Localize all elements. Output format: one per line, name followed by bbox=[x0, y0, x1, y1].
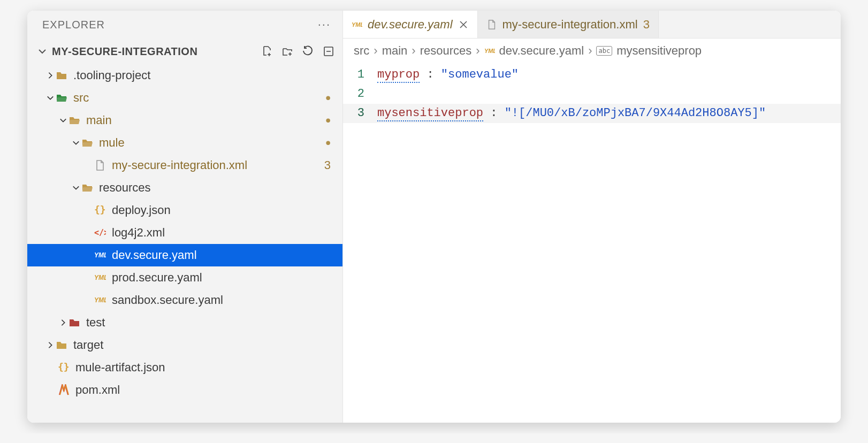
tree-folder-test[interactable]: test bbox=[27, 311, 342, 334]
yaml-icon bbox=[94, 249, 106, 262]
json-icon bbox=[94, 204, 106, 217]
line-number: 2 bbox=[343, 85, 377, 104]
chevron-down-icon bbox=[71, 184, 81, 192]
tab-dev-yaml[interactable]: dev.secure.yaml bbox=[343, 11, 478, 38]
chevron-right-icon: › bbox=[412, 44, 415, 58]
crumb[interactable]: resources bbox=[420, 44, 472, 58]
project-name: MY-SECURE-INTEGRATION bbox=[52, 45, 257, 58]
folder-icon bbox=[55, 339, 68, 352]
refresh-icon[interactable] bbox=[302, 45, 315, 58]
tab-label: dev.secure.yaml bbox=[368, 18, 453, 32]
collapse-all-icon[interactable] bbox=[322, 45, 335, 58]
file-icon bbox=[94, 159, 106, 172]
tree-label: .tooling-project bbox=[73, 68, 342, 82]
tree-folder-resources[interactable]: resources bbox=[27, 177, 342, 199]
folder-icon bbox=[68, 114, 81, 127]
code-content[interactable]: mysensitiveprop : "![/MU0/xB/zoMPjxBA7/9… bbox=[377, 104, 841, 123]
folder-icon bbox=[68, 316, 81, 329]
tree-label: main bbox=[86, 113, 325, 127]
crumb[interactable]: dev.secure.yaml bbox=[499, 44, 584, 58]
breadcrumb[interactable]: src › main › resources › dev.secure.yaml… bbox=[343, 39, 841, 63]
yaml-icon bbox=[94, 294, 106, 307]
tree-label: pom.xml bbox=[75, 383, 342, 397]
code-line[interactable]: 1 myprop : "somevalue" bbox=[343, 65, 841, 85]
tree-file-log4j2-xml[interactable]: log4j2.xml bbox=[27, 222, 342, 244]
tree-folder-main[interactable]: main • bbox=[27, 109, 342, 132]
tree-label: mule bbox=[99, 136, 325, 150]
tree-label: deploy.json bbox=[112, 203, 342, 217]
explorer-more-icon[interactable]: ··· bbox=[318, 18, 331, 32]
close-icon[interactable] bbox=[458, 19, 469, 30]
maven-icon bbox=[57, 384, 70, 396]
code-content[interactable]: myprop : "somevalue" bbox=[377, 65, 841, 85]
folder-icon bbox=[81, 136, 94, 149]
tree-file-mule-artifact[interactable]: mule-artifact.json bbox=[27, 356, 342, 379]
crumb[interactable]: mysensitiveprop bbox=[616, 44, 702, 58]
chevron-down-icon bbox=[58, 117, 68, 124]
problems-badge: 3 bbox=[324, 158, 331, 172]
tree-file-deploy-json[interactable]: deploy.json bbox=[27, 199, 342, 222]
ide-window: EXPLORER ··· MY-SECURE-INTEGRATION .tool… bbox=[27, 11, 841, 423]
tree-label: prod.secure.yaml bbox=[112, 271, 342, 285]
symbol-string-icon: abc bbox=[596, 46, 612, 56]
code-editor[interactable]: 1 myprop : "somevalue" 2 3 mysensitivepr… bbox=[343, 63, 841, 423]
line-number: 3 bbox=[343, 104, 377, 123]
chevron-down-icon bbox=[45, 94, 55, 102]
new-file-icon[interactable] bbox=[261, 45, 274, 58]
explorer-header: EXPLORER ··· bbox=[27, 11, 342, 39]
tree-label: src bbox=[73, 91, 325, 105]
line-number: 1 bbox=[343, 65, 377, 85]
tree-label: my-secure-integration.xml bbox=[112, 158, 324, 172]
crumb[interactable]: main bbox=[382, 44, 408, 58]
tree-label: sandbox.secure.yaml bbox=[112, 293, 342, 307]
tree-file-dev-yaml[interactable]: dev.secure.yaml bbox=[27, 244, 342, 266]
chevron-down-icon bbox=[71, 139, 81, 147]
project-actions bbox=[261, 45, 335, 58]
tree-label: resources bbox=[99, 181, 342, 195]
crumb[interactable]: src bbox=[354, 44, 369, 58]
tree-folder-mule[interactable]: mule • bbox=[27, 132, 342, 154]
yaml-icon bbox=[352, 19, 362, 30]
tree-file-pom[interactable]: pom.xml bbox=[27, 379, 342, 401]
chevron-right-icon: › bbox=[588, 44, 592, 58]
file-tree: .tooling-project src • main • mule • bbox=[27, 64, 342, 423]
tree-folder-target[interactable]: target bbox=[27, 334, 342, 356]
tab-label: my-secure-integration.xml bbox=[502, 18, 638, 32]
tree-label: dev.secure.yaml bbox=[112, 248, 342, 262]
tree-file-prod-yaml[interactable]: prod.secure.yaml bbox=[27, 266, 342, 289]
tree-file-sandbox-yaml[interactable]: sandbox.secure.yaml bbox=[27, 289, 342, 311]
chevron-down-icon bbox=[37, 46, 48, 57]
chevron-right-icon: › bbox=[476, 44, 479, 58]
folder-icon bbox=[55, 69, 68, 82]
tab-integration-xml[interactable]: my-secure-integration.xml 3 bbox=[478, 11, 659, 38]
yaml-icon bbox=[484, 45, 495, 56]
tree-folder-tooling[interactable]: .tooling-project bbox=[27, 64, 342, 87]
code-line[interactable]: 3 mysensitiveprop : "![/MU0/xB/zoMPjxBA7… bbox=[343, 104, 841, 123]
code-content[interactable] bbox=[377, 85, 841, 104]
chevron-right-icon bbox=[45, 341, 55, 349]
xml-icon bbox=[94, 226, 106, 239]
chevron-right-icon: › bbox=[374, 44, 377, 58]
json-icon bbox=[57, 361, 70, 374]
tree-label: target bbox=[73, 338, 342, 352]
tree-label: mule-artifact.json bbox=[75, 361, 342, 375]
new-folder-icon[interactable] bbox=[281, 45, 294, 58]
explorer-title: EXPLORER bbox=[42, 19, 105, 31]
chevron-right-icon bbox=[45, 72, 55, 79]
tree-folder-src[interactable]: src • bbox=[27, 87, 342, 109]
folder-icon bbox=[55, 91, 68, 104]
code-line[interactable]: 2 bbox=[343, 85, 841, 104]
folder-icon bbox=[81, 181, 94, 194]
tree-file-mule-xml[interactable]: my-secure-integration.xml 3 bbox=[27, 154, 342, 177]
tree-label: test bbox=[86, 316, 342, 330]
yaml-icon bbox=[94, 271, 106, 284]
chevron-right-icon bbox=[58, 319, 68, 326]
tree-label: log4j2.xml bbox=[112, 226, 342, 240]
explorer-sidebar: EXPLORER ··· MY-SECURE-INTEGRATION .tool… bbox=[27, 11, 343, 423]
file-icon bbox=[486, 19, 497, 30]
tab-bar: dev.secure.yaml my-secure-integration.xm… bbox=[343, 11, 841, 39]
editor-area: dev.secure.yaml my-secure-integration.xm… bbox=[343, 11, 841, 423]
project-header[interactable]: MY-SECURE-INTEGRATION bbox=[27, 39, 342, 64]
problems-badge: 3 bbox=[643, 18, 650, 32]
